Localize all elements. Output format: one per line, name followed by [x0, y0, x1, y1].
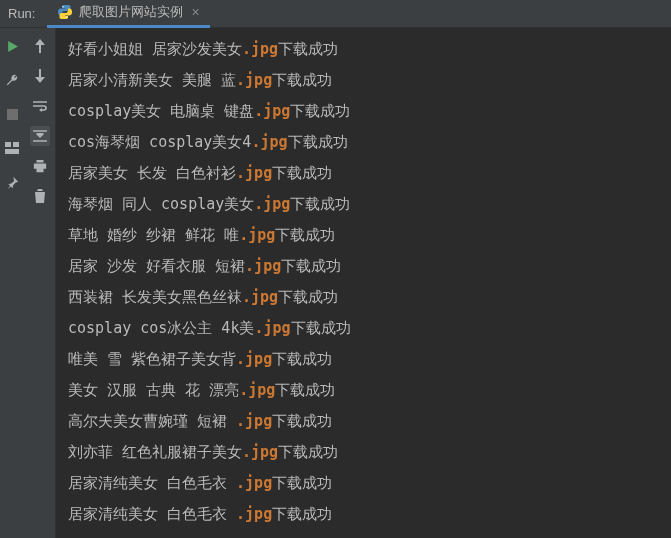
console-output[interactable]: 好看小姐姐 居家沙发美女.jpg下载成功居家小清新美女 美腿 蓝.jpg下载成功… — [56, 28, 671, 538]
svg-rect-4 — [13, 142, 19, 147]
run-toolbar-right — [24, 28, 56, 538]
python-icon — [57, 4, 73, 20]
console-line: cosplay cos冰公主 4k美.jpg下载成功 — [68, 313, 671, 344]
run-tab[interactable]: 爬取图片网站实例 × — [47, 0, 209, 28]
run-panel-header: Run: 爬取图片网站实例 × — [0, 0, 671, 28]
console-line: 刘亦菲 红色礼服裙子美女.jpg下载成功 — [68, 437, 671, 468]
svg-rect-5 — [5, 149, 19, 154]
svg-rect-2 — [7, 109, 18, 120]
console-line: 海琴烟 同人 cosplay美女.jpg下载成功 — [68, 189, 671, 220]
svg-point-0 — [63, 6, 64, 7]
run-tab-title: 爬取图片网站实例 — [79, 3, 183, 21]
pin-icon[interactable] — [2, 172, 22, 192]
arrow-down-icon[interactable] — [30, 66, 50, 86]
svg-rect-3 — [5, 142, 11, 147]
stop-button[interactable] — [2, 104, 22, 124]
console-line: 居家 沙发 好看衣服 短裙.jpg下载成功 — [68, 251, 671, 282]
console-line: 居家清纯美女 白色毛衣 .jpg下载成功 — [68, 468, 671, 499]
console-line: 居家清纯美女 白色毛衣 .jpg下载成功 — [68, 499, 671, 530]
print-icon[interactable] — [30, 156, 50, 176]
console-line: 居家美女 长发 白色衬衫.jpg下载成功 — [68, 158, 671, 189]
wrench-icon[interactable] — [2, 70, 22, 90]
console-line: 唯美 雪 紫色裙子美女背.jpg下载成功 — [68, 344, 671, 375]
run-button[interactable] — [2, 36, 22, 56]
console-line: 好看小姐姐 居家沙发美女.jpg下载成功 — [68, 34, 671, 65]
console-line: 草地 婚纱 纱裙 鲜花 唯.jpg下载成功 — [68, 220, 671, 251]
svg-point-1 — [67, 17, 68, 18]
layout-icon[interactable] — [2, 138, 22, 158]
soft-wrap-icon[interactable] — [30, 96, 50, 116]
run-panel-body: 好看小姐姐 居家沙发美女.jpg下载成功居家小清新美女 美腿 蓝.jpg下载成功… — [0, 28, 671, 538]
console-line: cosplay美女 电脑桌 键盘.jpg下载成功 — [68, 96, 671, 127]
console-line: 西装裙 长发美女黑色丝袜.jpg下载成功 — [68, 282, 671, 313]
console-line: 居家小清新美女 美腿 蓝.jpg下载成功 — [68, 65, 671, 96]
arrow-up-icon[interactable] — [30, 36, 50, 56]
scroll-to-end-icon[interactable] — [30, 126, 50, 146]
console-line: cos海琴烟 cosplay美女4.jpg下载成功 — [68, 127, 671, 158]
run-label: Run: — [8, 6, 35, 21]
console-line: 高尔夫美女曹婉瑾 短裙 .jpg下载成功 — [68, 406, 671, 437]
close-icon[interactable]: × — [191, 4, 199, 20]
run-toolbar-left — [0, 28, 24, 538]
trash-icon[interactable] — [30, 186, 50, 206]
console-line: 美女 汉服 古典 花 漂亮.jpg下载成功 — [68, 375, 671, 406]
